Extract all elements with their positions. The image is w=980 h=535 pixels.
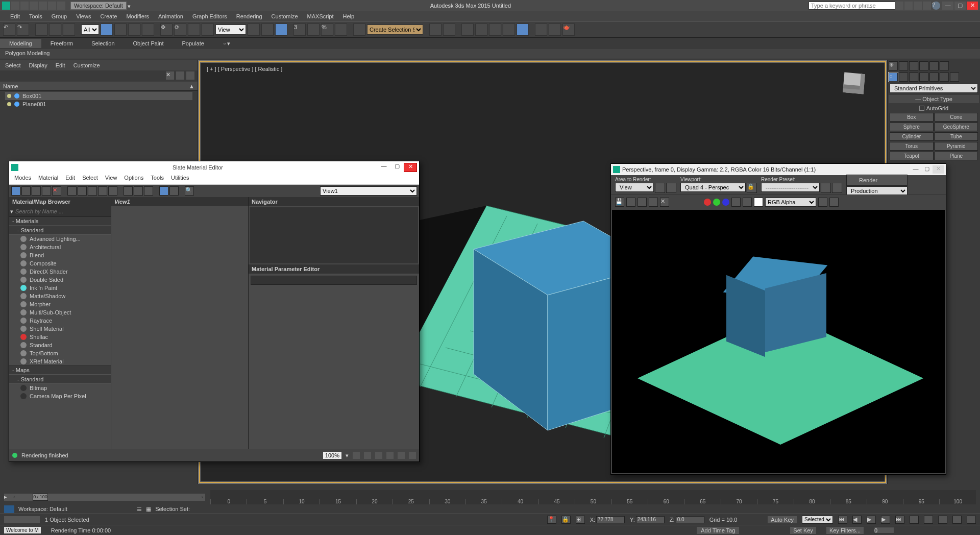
sme-sample-button[interactable]: [169, 186, 179, 196]
render-button[interactable]: Render: [846, 175, 908, 186]
qa-new-icon[interactable]: [11, 2, 19, 10]
help-icon[interactable]: ?: [932, 2, 940, 10]
area-edit-button[interactable]: [655, 183, 665, 193]
curve-editor-button[interactable]: [489, 23, 501, 36]
cat-standard[interactable]: - Standard: [9, 226, 111, 235]
manipulate-button[interactable]: [261, 23, 274, 36]
spinner-snap-button[interactable]: [335, 23, 347, 36]
browser-search-input[interactable]: [13, 208, 110, 214]
sme-region-button[interactable]: [398, 452, 405, 459]
help-search-input[interactable]: [808, 2, 895, 10]
render-setup-button[interactable]: [821, 183, 831, 193]
sme-menu-tools[interactable]: Tools: [151, 175, 164, 183]
workspace-label[interactable]: Workspace: Default: [18, 506, 67, 512]
link-button[interactable]: [35, 23, 47, 36]
menu-views[interactable]: Views: [76, 13, 91, 19]
sme-menu-modes[interactable]: Modes: [14, 175, 31, 183]
cat-shapes[interactable]: [899, 72, 908, 82]
rendered-frame-button[interactable]: [549, 23, 561, 36]
cat-systems[interactable]: [950, 72, 959, 82]
channel-swatch[interactable]: [754, 198, 763, 207]
snap-toggle-button[interactable]: 3: [293, 23, 306, 36]
nav-zoom-button[interactable]: [938, 516, 947, 524]
menu-tools[interactable]: Tools: [29, 13, 42, 19]
sme-delete-button[interactable]: ✕: [52, 186, 61, 196]
time-slider-thumb[interactable]: 0 / 100: [33, 494, 48, 501]
material-item[interactable]: XRef Material: [9, 357, 111, 366]
coord-z-input[interactable]: [676, 516, 704, 523]
render-output-canvas[interactable]: [612, 210, 945, 473]
qa-redo-icon[interactable]: [48, 2, 56, 10]
sme-layout-button[interactable]: [98, 186, 107, 196]
bind-spacewarp-button[interactable]: [63, 23, 75, 36]
keyfilters-button[interactable]: Key Filters...: [826, 527, 864, 534]
menu-customize[interactable]: Customize: [272, 13, 298, 19]
key-mode-button[interactable]: [910, 516, 919, 524]
sme-menu-options[interactable]: Options: [124, 175, 143, 183]
exchange-icon[interactable]: [914, 2, 922, 10]
favorites-icon[interactable]: [923, 2, 931, 10]
btn-tube[interactable]: Tube: [935, 132, 978, 141]
se-menu-display[interactable]: Display: [29, 62, 47, 68]
layers-button[interactable]: [461, 23, 474, 36]
unlink-button[interactable]: [49, 23, 61, 36]
sme-zoomext-button[interactable]: [375, 452, 382, 459]
cp-tab-utilities[interactable]: [940, 61, 949, 70]
se-menu-edit[interactable]: Edit: [56, 62, 65, 68]
channel-dropdown[interactable]: RGB Alpha: [765, 198, 816, 207]
viewcube[interactable]: [839, 73, 869, 104]
key-mode-dropdown[interactable]: Selected: [802, 516, 833, 524]
material-item[interactable]: DirectX Shader: [9, 268, 111, 276]
cat-maps[interactable]: - Maps: [9, 366, 111, 375]
select-rect-button[interactable]: [128, 23, 140, 36]
alpha-channel-toggle[interactable]: [731, 198, 741, 207]
workspace-arrow-icon[interactable]: ▾: [128, 3, 133, 8]
viewport-dropdown[interactable]: Quad 4 - Perspec: [680, 183, 746, 192]
material-item[interactable]: Top/Bottom: [9, 349, 111, 357]
sme-minimize-button[interactable]: —: [377, 163, 390, 172]
layer-vis-icon[interactable]: ▦: [146, 506, 151, 513]
menu-group[interactable]: Group: [52, 13, 67, 19]
toggle-ui-button[interactable]: [829, 198, 839, 207]
menu-grapheditors[interactable]: Graph Editors: [192, 13, 227, 19]
lock-selection-button[interactable]: 📍: [547, 516, 556, 524]
cat-materials[interactable]: - Materials: [9, 216, 111, 226]
map-item[interactable]: Camera Map Per Pixel: [9, 392, 111, 400]
window-crossing-button[interactable]: [142, 23, 154, 36]
autokey-button[interactable]: Auto Key: [768, 516, 797, 523]
sme-hide-button[interactable]: [78, 186, 87, 196]
selection-filter-dropdown[interactable]: All: [81, 25, 99, 35]
scale-button[interactable]: [188, 23, 200, 36]
prev-frame-button[interactable]: ◀: [852, 516, 862, 524]
sme-assign-button[interactable]: [32, 186, 41, 196]
workspace-icon[interactable]: [4, 505, 14, 513]
render-button[interactable]: 🫖: [562, 23, 575, 36]
mono-toggle[interactable]: [743, 198, 752, 207]
ribbon-tab-selection[interactable]: Selection: [82, 39, 124, 48]
isolate-button[interactable]: 🔒: [561, 516, 571, 524]
sme-zoom-arrow-icon[interactable]: ▾: [346, 452, 349, 459]
angle-snap-button[interactable]: [307, 23, 320, 36]
menu-edit[interactable]: Edit: [10, 13, 20, 19]
area-auto-button[interactable]: [666, 183, 676, 193]
cp-tab-motion[interactable]: [919, 61, 928, 70]
ribbon-tab-objectpaint[interactable]: Object Paint: [124, 39, 173, 48]
timeline-play-icon[interactable]: ▸: [4, 494, 11, 501]
sme-zoom-field[interactable]: 100%: [323, 452, 341, 459]
cp-tab-hierarchy[interactable]: [909, 61, 918, 70]
material-item[interactable]: Multi/Sub-Object: [9, 308, 111, 317]
align-button[interactable]: [443, 23, 455, 36]
select-by-name-button[interactable]: [114, 23, 127, 36]
visibility-icon[interactable]: [7, 94, 11, 98]
edit-named-sel-button[interactable]: [353, 23, 365, 36]
sme-show-button[interactable]: [88, 186, 97, 196]
se-menu-customize[interactable]: Customize: [74, 62, 100, 68]
env-button[interactable]: [832, 183, 842, 193]
visibility-icon[interactable]: [7, 102, 11, 106]
redo-button[interactable]: ↷: [17, 23, 29, 36]
placement-button[interactable]: [202, 23, 214, 36]
map-item[interactable]: Bitmap: [9, 384, 111, 392]
copy-button[interactable]: [626, 198, 635, 207]
sme-pan2-button[interactable]: [409, 452, 416, 459]
navigator-view[interactable]: [250, 207, 418, 263]
